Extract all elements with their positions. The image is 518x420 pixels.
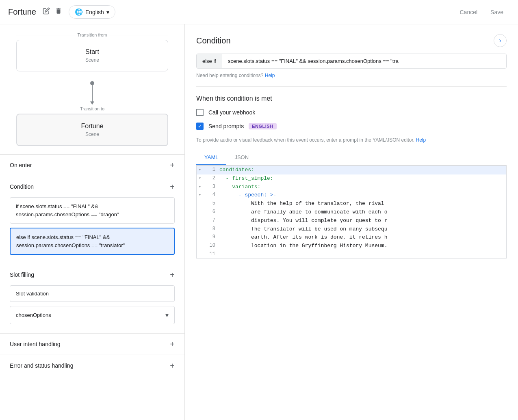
expand-button[interactable]: › <box>494 34 507 47</box>
edit-button[interactable] <box>40 6 52 18</box>
delete-button[interactable] <box>52 6 65 18</box>
fortune-scene-box[interactable]: Fortune Scene <box>16 114 168 146</box>
webhook-row: Call your webhook <box>196 109 507 116</box>
condition-value[interactable]: scene.slots.status == "FINAL" && session… <box>222 54 506 68</box>
condition-item-2[interactable]: else if scene.slots.status == "FINAL" &&… <box>10 228 175 255</box>
code-line-num-5: 5 <box>203 200 219 207</box>
error-status-section[interactable]: Error and status handling + <box>0 355 184 376</box>
send-prompts-row: ✓ Send prompts ENGLISH <box>196 123 507 130</box>
transition-from-area: Transition from Start Scene <box>0 32 184 80</box>
language-badge: ENGLISH <box>249 123 276 129</box>
code-line-arrow-8 <box>197 225 203 226</box>
error-status-add-button[interactable]: + <box>170 362 175 370</box>
help-text: Need help entering conditions? Help <box>196 73 507 78</box>
code-line-num-3: 3 <box>203 183 219 191</box>
start-scene-box[interactable]: Start Scene <box>16 40 168 71</box>
code-line-content-6: are finally able to communicate with eac… <box>219 208 506 217</box>
code-line-arrow-5 <box>197 200 203 200</box>
connector-dot <box>90 81 94 85</box>
chosen-options-label: chosenOptions <box>16 312 51 318</box>
slot-items: Slot validation chosenOptions ▾ <box>0 285 184 333</box>
right-panel: Condition › else if scene.slots.status =… <box>185 24 518 420</box>
save-button[interactable]: Save <box>484 6 510 19</box>
user-intent-add-button[interactable]: + <box>170 340 175 348</box>
code-line-content-7: disputes. You will complete your quest t… <box>219 217 506 225</box>
slot-filling-label: Slot filling <box>10 271 34 278</box>
code-line-5: 5 With the help of the translator, the r… <box>197 200 506 208</box>
condition-header: Condition › <box>196 34 507 47</box>
connector-arrow <box>90 101 94 105</box>
connector-line <box>92 85 93 101</box>
transition-to-area: Transition to Fortune Scene <box>0 106 184 154</box>
condition-1-line2: session.params.chosenOptions == "dragon" <box>16 211 169 219</box>
chevron-down-icon: ▾ <box>106 9 109 15</box>
code-editor: ▾1candidates:▾2 - first_simple:▾3 varian… <box>196 166 507 258</box>
code-line-10: 10 location in the Gryffinberg History M… <box>197 242 506 250</box>
webhook-checkbox[interactable] <box>196 109 204 116</box>
cancel-button[interactable]: Cancel <box>453 6 484 19</box>
when-title: When this condition is met <box>196 95 507 102</box>
user-intent-section[interactable]: User intent handling + <box>0 333 184 355</box>
condition-title: Condition <box>196 36 231 45</box>
slot-filling-section-header[interactable]: Slot filling + <box>0 264 184 285</box>
language-selector[interactable]: 🌐 English ▾ <box>69 5 115 19</box>
code-line-content-5: With the help of the translator, the riv… <box>219 200 506 208</box>
code-line-num-2: 2 <box>203 174 219 182</box>
code-line-num-4: 4 <box>203 191 219 199</box>
code-line-11: 11 <box>197 250 506 258</box>
slot-validation-item[interactable]: Slot validation <box>10 285 175 302</box>
feedback-help-link[interactable]: Help <box>416 137 426 143</box>
code-line-6: 6 are finally able to communicate with e… <box>197 208 506 217</box>
send-prompts-checkbox[interactable]: ✓ <box>196 123 204 130</box>
code-line-content-2: - first_simple: <box>219 174 506 183</box>
on-enter-label: On enter <box>10 162 32 168</box>
fortune-scene-title: Fortune <box>25 123 159 130</box>
tab-yaml[interactable]: YAML <box>196 150 226 165</box>
code-line-3: ▾3 variants: <box>197 183 506 192</box>
condition-section-header[interactable]: Condition + <box>0 176 184 197</box>
code-line-arrow-10 <box>197 242 203 243</box>
condition-add-button[interactable]: + <box>170 183 175 191</box>
condition-2-line1: else if scene.slots.status == "FINAL" && <box>16 233 168 241</box>
code-line-arrow-2: ▾ <box>197 174 203 182</box>
start-scene-subtitle: Scene <box>25 57 160 63</box>
condition-item-1[interactable]: if scene.slots.status == "FINAL" && sess… <box>10 197 175 224</box>
tab-json[interactable]: JSON <box>226 150 257 165</box>
code-line-num-8: 8 <box>203 225 219 233</box>
code-line-arrow-11 <box>197 250 203 251</box>
code-line-num-10: 10 <box>203 242 219 250</box>
code-line-num-6: 6 <box>203 208 219 216</box>
chosen-options-item[interactable]: chosenOptions ▾ <box>10 306 175 324</box>
code-line-4: ▾4 - speech: >- <box>197 191 506 200</box>
editor-tabs: YAML JSON <box>196 150 507 166</box>
transition-to-label: Transition to <box>80 106 104 111</box>
error-status-label: Error and status handling <box>10 362 73 369</box>
help-link[interactable]: Help <box>265 73 275 78</box>
globe-icon: 🌐 <box>75 8 83 16</box>
code-line-num-7: 7 <box>203 217 219 224</box>
code-line-num-1: 1 <box>203 166 219 174</box>
code-line-1: ▾1candidates: <box>197 166 506 174</box>
code-line-content-1: candidates: <box>219 166 506 174</box>
header: Fortune 🌐 English ▾ Cancel Save <box>0 0 518 24</box>
chosen-options-dropdown[interactable]: ▾ <box>165 311 169 319</box>
page-title: Fortune <box>8 7 36 17</box>
language-label: English <box>85 9 104 15</box>
feedback-desc: To provide audio or visual feedback when… <box>196 136 507 144</box>
code-line-content-10: location in the Gryffinberg History Muse… <box>219 242 506 250</box>
slot-filling-add-button[interactable]: + <box>170 271 175 279</box>
condition-2-line2: session.params.chosenOptions == "transla… <box>16 241 168 250</box>
code-line-num-9: 9 <box>203 233 219 241</box>
code-line-arrow-6 <box>197 208 203 209</box>
code-line-arrow-3: ▾ <box>197 183 203 190</box>
on-enter-add-button[interactable]: + <box>170 161 175 169</box>
fortune-scene-subtitle: Scene <box>25 131 159 137</box>
condition-input-row: else if scene.slots.status == "FINAL" &&… <box>196 54 507 69</box>
condition-1-line1: if scene.slots.status == "FINAL" && <box>16 202 169 211</box>
code-line-2: ▾2 - first_simple: <box>197 174 506 183</box>
condition-label: Condition <box>10 183 34 190</box>
code-line-content-8: The translator will be used on many subs… <box>219 225 506 234</box>
on-enter-section[interactable]: On enter + <box>0 154 184 176</box>
condition-type-label: else if <box>197 54 222 68</box>
send-prompts-label: Send prompts <box>208 123 244 129</box>
